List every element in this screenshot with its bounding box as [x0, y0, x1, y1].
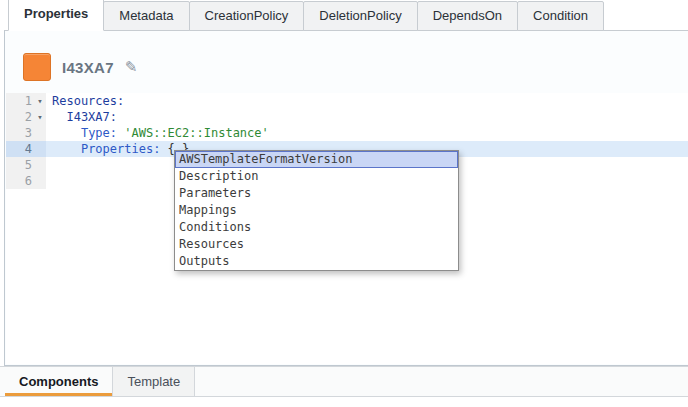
fold-spacer [34, 125, 46, 141]
tab-metadata[interactable]: Metadata [103, 1, 189, 31]
indent-token [52, 142, 81, 156]
tab-creationpolicy[interactable]: CreationPolicy [189, 1, 305, 31]
yaml-key-token: Resources: [52, 94, 124, 108]
resource-id-label: I43XA7 [62, 59, 114, 76]
autocomplete-item[interactable]: Conditions [175, 219, 458, 236]
line-number: 4 [6, 141, 34, 157]
resource-tab-bar: Properties Metadata CreationPolicy Delet… [0, 0, 688, 31]
line-number: 2 [6, 109, 34, 125]
bottom-tab-bar: Components Template [0, 366, 688, 397]
yaml-key-token: Type: [81, 126, 124, 140]
fold-spacer [34, 141, 46, 157]
fold-arrow-icon[interactable]: ▾ [34, 109, 46, 125]
yaml-key-token: Properties: [81, 142, 168, 156]
tab-condition[interactable]: Condition [517, 1, 604, 31]
autocomplete-item[interactable]: Resources [175, 236, 458, 253]
tab-components[interactable]: Components [5, 367, 112, 396]
fold-spacer [34, 157, 46, 173]
tab-deletionpolicy[interactable]: DeletionPolicy [303, 1, 417, 31]
resource-header: I43XA7 ✎ [23, 52, 137, 82]
autocomplete-item[interactable]: Outputs [175, 253, 458, 270]
line-number: 5 [6, 157, 34, 173]
tab-dependson[interactable]: DependsOn [417, 1, 518, 31]
autocomplete-item[interactable]: Parameters [175, 185, 458, 202]
code-line[interactable]: 1 ▾ Resources: [6, 93, 688, 109]
autocomplete-popup: AWSTemplateFormatVersion Description Par… [174, 150, 459, 271]
yaml-string-token: 'AWS::EC2::Instance' [124, 126, 269, 140]
tab-properties[interactable]: Properties [8, 0, 104, 31]
autocomplete-item[interactable]: Description [175, 168, 458, 185]
autocomplete-item[interactable]: Mappings [175, 202, 458, 219]
code-line[interactable]: 2 ▾ I43XA7: [6, 109, 688, 125]
pencil-icon[interactable]: ✎ [125, 58, 138, 76]
fold-arrow-icon[interactable]: ▾ [34, 93, 46, 109]
indent-token [52, 126, 81, 140]
cloudformation-designer: Properties Metadata CreationPolicy Delet… [0, 0, 688, 407]
line-number: 6 [6, 173, 34, 189]
yaml-key-token: I43XA7: [52, 110, 117, 124]
line-number: 3 [6, 125, 34, 141]
tab-template[interactable]: Template [112, 367, 195, 396]
autocomplete-item-selected[interactable]: AWSTemplateFormatVersion [175, 151, 458, 168]
fold-spacer [34, 173, 46, 189]
ec2-instance-icon[interactable] [23, 53, 51, 81]
line-number: 1 [6, 93, 34, 109]
code-line[interactable]: 3 Type: 'AWS::EC2::Instance' [6, 125, 688, 141]
